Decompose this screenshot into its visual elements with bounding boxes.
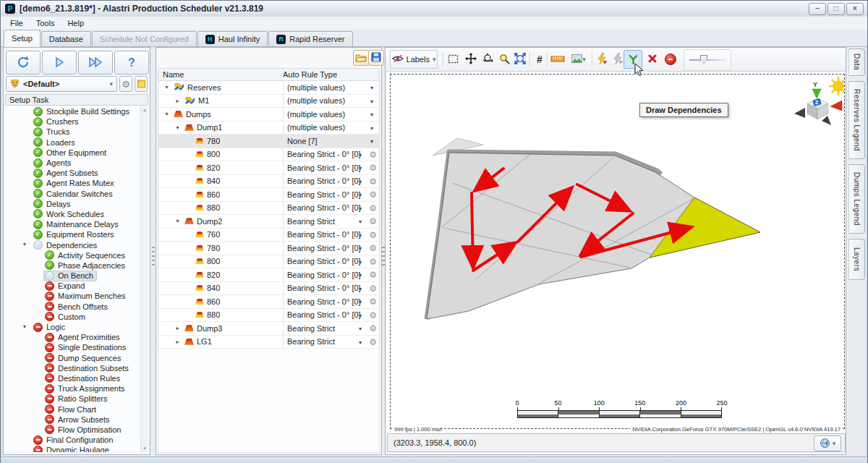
auto-rule-value[interactable]: Bearing Strict - 0° [0] bbox=[287, 177, 361, 185]
run-all-button[interactable] bbox=[78, 51, 113, 75]
setup-task-item-crushers[interactable]: ✓Crushers bbox=[5, 116, 140, 127]
left-splitter[interactable] bbox=[150, 47, 156, 455]
setup-task-item-equipment-rosters[interactable]: ✓Equipment Rosters bbox=[5, 229, 140, 239]
rule-row-780[interactable]: 780None [7]▾ bbox=[158, 135, 379, 148]
setup-task-item-truck-assignments[interactable]: Truck Assignments bbox=[5, 383, 140, 394]
rule-row-780[interactable]: 780Bearing Strict - 0° [0]▾⚙ bbox=[158, 242, 379, 255]
refresh-button[interactable] bbox=[6, 51, 41, 75]
setup-task-item-single-destinations[interactable]: Single Destinations bbox=[5, 342, 140, 352]
rule-row-m1[interactable]: ▸M1(multiple values)▾ bbox=[158, 95, 379, 109]
chevron-down-icon[interactable]: ▾ bbox=[370, 138, 373, 145]
notes-button[interactable] bbox=[135, 76, 148, 92]
setup-task-item-maximum-benches[interactable]: Maximum Benches bbox=[5, 291, 140, 301]
rule-row-reserves[interactable]: ▾Reserves(multiple values)▾ bbox=[158, 81, 379, 95]
measure-button[interactable] bbox=[548, 50, 567, 69]
delete-dependencies-button[interactable] bbox=[644, 50, 660, 69]
chevron-down-icon[interactable]: ▾ bbox=[359, 152, 362, 158]
minimize-button[interactable]: – bbox=[809, 3, 826, 15]
pan-button[interactable] bbox=[463, 50, 479, 69]
auto-rule-value[interactable]: Bearing Strict - 0° [0] bbox=[287, 163, 361, 172]
expander-icon[interactable]: ▾ bbox=[163, 84, 171, 90]
setup-task-item-agent-rates-mutex[interactable]: ✓Agent Rates Mutex bbox=[5, 178, 140, 188]
chevron-down-icon[interactable]: ▾ bbox=[359, 326, 362, 332]
rule-row-880[interactable]: 880Bearing Strict - 0° [0]▾⚙ bbox=[158, 202, 379, 216]
rule-settings-gear-icon[interactable]: ⚙ bbox=[369, 177, 377, 187]
rule-row-dump1[interactable]: ▾Dump1(multiple values)▾ bbox=[158, 122, 379, 135]
setup-task-item-final-configuration[interactable]: Final Configuration bbox=[5, 435, 140, 445]
chevron-down-icon[interactable]: ▾ bbox=[359, 272, 362, 279]
coordinate-system-button[interactable]: ▾ bbox=[814, 436, 841, 451]
rule-settings-gear-icon[interactable]: ⚙ bbox=[369, 190, 377, 200]
auto-rule-value[interactable]: (multiple values) bbox=[287, 83, 345, 92]
chevron-down-icon[interactable]: ▾ bbox=[370, 98, 373, 105]
rule-settings-gear-icon[interactable]: ⚙ bbox=[369, 270, 377, 280]
help-button[interactable]: ? bbox=[114, 51, 149, 75]
rule-settings-gear-icon[interactable]: ⚙ bbox=[369, 297, 377, 307]
setup-task-item-calendar-switches[interactable]: ✓Calendar Switches bbox=[5, 189, 140, 199]
auto-rule-value[interactable]: (multiple values) bbox=[287, 96, 345, 105]
auto-rule-value[interactable]: Bearing Strict - 0° [0] bbox=[287, 257, 361, 266]
rule-settings-gear-icon[interactable]: ⚙ bbox=[369, 150, 377, 160]
side-tab-reserves-legend[interactable]: Reserves Legend bbox=[848, 81, 865, 159]
expander-icon[interactable]: ▾ bbox=[23, 323, 26, 330]
rule-settings-gear-icon[interactable]: ⚙ bbox=[369, 257, 377, 267]
setup-task-item-maintenance-delays[interactable]: ✓Maintenance Delays bbox=[5, 219, 140, 229]
auto-rule-value[interactable]: Bearing Strict - 0° [0] bbox=[287, 284, 361, 292]
3d-viewport[interactable]: Z Y X 050100150200250 999 bbox=[387, 72, 846, 432]
zoom-button[interactable] bbox=[496, 50, 512, 69]
chevron-down-icon[interactable]: ▾ bbox=[359, 259, 362, 266]
auto-dependencies-button[interactable] bbox=[594, 50, 610, 69]
expander-icon[interactable]: ▸ bbox=[174, 339, 182, 345]
setup-task-item-ratio-splitters[interactable]: Ratio Splitters bbox=[5, 394, 140, 404]
auto-rule-value[interactable]: Bearing Strict - 0° [0] bbox=[287, 297, 361, 306]
setup-task-item-expand[interactable]: Expand bbox=[5, 281, 140, 291]
block-dependencies-button[interactable] bbox=[663, 50, 678, 69]
rule-row-800[interactable]: 800Bearing Strict - 0° [0]▾⚙ bbox=[158, 255, 379, 269]
profile-selector[interactable]: <Default> ▾ bbox=[6, 76, 117, 92]
opacity-slider[interactable] bbox=[684, 49, 731, 71]
setup-task-item-work-schedules[interactable]: ✓Work Schedules bbox=[5, 209, 140, 219]
chevron-down-icon[interactable]: ▾ bbox=[359, 313, 362, 319]
setup-task-item-trucks[interactable]: ✓Trucks bbox=[5, 127, 140, 137]
scroll-up-icon[interactable]: ▲ bbox=[142, 108, 147, 112]
side-tab-layers[interactable]: Layers bbox=[848, 239, 865, 280]
select-marquee-button[interactable] bbox=[445, 50, 461, 69]
rule-row-dump2[interactable]: ▾Dump2Bearing Strict▾⚙ bbox=[158, 215, 379, 229]
expander-icon[interactable]: ▸ bbox=[174, 98, 182, 104]
open-button[interactable] bbox=[353, 50, 369, 66]
orbit-button[interactable] bbox=[480, 50, 495, 69]
rule-settings-gear-icon[interactable]: ⚙ bbox=[369, 230, 377, 240]
auto-rule-value[interactable]: (multiple values) bbox=[287, 123, 345, 132]
rule-row-dump3[interactable]: ▸Dump3Bearing Strict▾⚙ bbox=[158, 322, 379, 336]
auto-rule-value[interactable]: Bearing Strict - 0° [0] bbox=[287, 271, 361, 279]
rule-row-dumps[interactable]: ▾Dumps(multiple values)▾ bbox=[158, 108, 379, 122]
setup-task-item-stockpile-build-settings[interactable]: ✓Stockpile Build Settings bbox=[5, 106, 140, 116]
setup-task-item-agent-subsets[interactable]: ✓Agent Subsets bbox=[5, 168, 140, 178]
chevron-down-icon[interactable]: ▾ bbox=[359, 299, 362, 305]
setup-task-item-delays[interactable]: ✓Delays bbox=[5, 199, 140, 209]
tree-scrollbar[interactable]: ▲ ▼ bbox=[140, 106, 148, 452]
maximize-button[interactable]: □ bbox=[827, 3, 845, 15]
rule-settings-gear-icon[interactable]: ⚙ bbox=[369, 310, 377, 320]
side-tab-data[interactable]: Data bbox=[848, 48, 865, 76]
chevron-down-icon[interactable]: ▾ bbox=[359, 179, 362, 185]
tab-haul-infinity[interactable]: H Haul Infinity bbox=[197, 31, 268, 46]
rule-row-860[interactable]: 860Bearing Strict - 0° [0]▾⚙ bbox=[158, 188, 379, 202]
rule-settings-gear-icon[interactable]: ⚙ bbox=[369, 243, 377, 253]
menu-tools[interactable]: Tools bbox=[30, 17, 61, 29]
setup-task-item-bench-offsets[interactable]: Bench Offsets bbox=[5, 302, 140, 312]
chevron-down-icon[interactable]: ▾ bbox=[370, 85, 373, 91]
tab-rapid-reserver[interactable]: R Rapid Reserver bbox=[268, 31, 352, 46]
auto-rule-value[interactable]: Bearing Strict bbox=[287, 324, 335, 333]
rule-row-800[interactable]: 800Bearing Strict - 0° [0]▾⚙ bbox=[158, 148, 379, 162]
setup-task-item-dependencies[interactable]: ▾Dependencies bbox=[5, 239, 140, 250]
zoom-extents-button[interactable] bbox=[512, 50, 528, 69]
rule-settings-gear-icon[interactable]: ⚙ bbox=[369, 284, 377, 294]
auto-rule-value[interactable]: Bearing Strict bbox=[287, 337, 335, 346]
rule-row-820[interactable]: 820Bearing Strict - 0° [0]▾⚙ bbox=[158, 161, 379, 175]
screenshot-button[interactable]: ▾ bbox=[569, 50, 589, 69]
chevron-down-icon[interactable]: ▾ bbox=[359, 245, 362, 252]
menu-help[interactable]: Help bbox=[61, 17, 90, 29]
auto-rule-value[interactable]: Bearing Strict - 0° [0] bbox=[287, 230, 361, 239]
chevron-down-icon[interactable]: ▾ bbox=[359, 192, 362, 198]
